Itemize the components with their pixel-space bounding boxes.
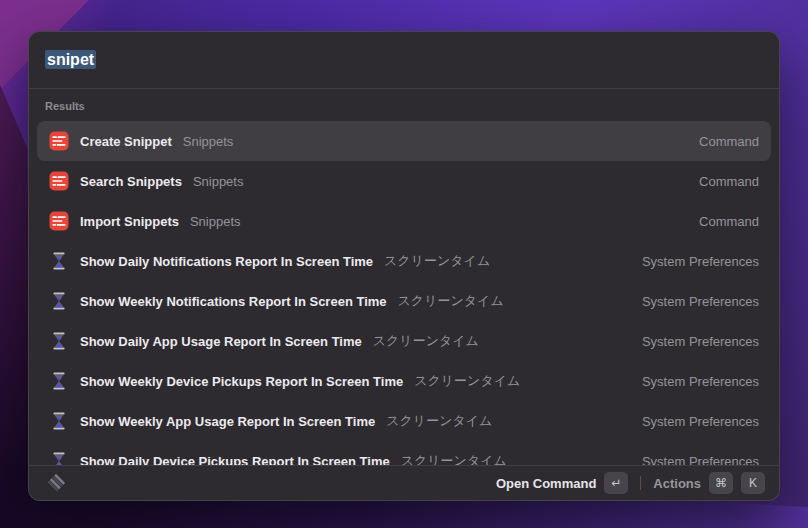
list-item[interactable]: Create Snippet Snippets Command xyxy=(37,121,771,161)
list-item[interactable]: Show Daily Notifications Report In Scree… xyxy=(37,241,771,281)
result-title: Import Snippets xyxy=(80,214,179,229)
open-command-label: Open Command xyxy=(496,476,596,491)
k-key-badge: K xyxy=(741,472,765,494)
result-accessory: System Preferences xyxy=(642,414,759,429)
actions-button[interactable]: Actions ⌘ K xyxy=(651,470,767,496)
results-section-header: Results xyxy=(29,89,779,119)
screen-time-icon xyxy=(49,291,69,311)
screen-time-icon xyxy=(49,331,69,351)
result-subtitle: Snippets xyxy=(193,174,244,189)
result-subtitle: スクリーンタイム xyxy=(384,252,490,270)
screen-time-icon xyxy=(49,251,69,271)
snippets-icon xyxy=(49,211,69,231)
results-list: Create Snippet Snippets Command Search S… xyxy=(29,119,779,465)
snippets-icon xyxy=(49,171,69,191)
footer-divider xyxy=(640,476,641,490)
result-title: Show Daily App Usage Report In Screen Ti… xyxy=(80,334,362,349)
result-title: Show Daily Notifications Report In Scree… xyxy=(80,254,373,269)
result-accessory: Command xyxy=(699,134,759,149)
result-accessory: System Preferences xyxy=(642,454,759,466)
command-key-badge: ⌘ xyxy=(709,472,733,494)
result-title: Show Weekly Notifications Report In Scre… xyxy=(80,294,387,309)
list-item[interactable]: Search Snippets Snippets Command xyxy=(37,161,771,201)
list-item[interactable]: Show Daily Device Pickups Report In Scre… xyxy=(37,441,771,465)
search-value: snipet xyxy=(45,51,96,69)
result-accessory: System Preferences xyxy=(642,294,759,309)
desktop: snipet Results Create Snippet Snippets C… xyxy=(0,0,808,528)
footer-actions: Open Command ↵ Actions ⌘ K xyxy=(494,470,767,496)
search-input[interactable]: snipet xyxy=(29,32,779,88)
enter-key-badge: ↵ xyxy=(604,472,628,494)
result-subtitle: スクリーンタイム xyxy=(398,292,504,310)
result-title: Show Daily Device Pickups Report In Scre… xyxy=(80,454,390,466)
screen-time-icon xyxy=(49,371,69,391)
actions-label: Actions xyxy=(653,476,701,491)
result-subtitle: スクリーンタイム xyxy=(373,332,479,350)
launcher-window: snipet Results Create Snippet Snippets C… xyxy=(28,31,780,501)
result-accessory: System Preferences xyxy=(642,334,759,349)
result-subtitle: Snippets xyxy=(190,214,241,229)
result-title: Search Snippets xyxy=(80,174,182,189)
open-command-button[interactable]: Open Command ↵ xyxy=(494,470,630,496)
list-item[interactable]: Show Daily App Usage Report In Screen Ti… xyxy=(37,321,771,361)
list-item[interactable]: Show Weekly App Usage Report In Screen T… xyxy=(37,401,771,441)
snippets-icon xyxy=(49,131,69,151)
result-subtitle: スクリーンタイム xyxy=(386,412,492,430)
result-title: Show Weekly App Usage Report In Screen T… xyxy=(80,414,375,429)
list-item[interactable]: Import Snippets Snippets Command xyxy=(37,201,771,241)
result-title: Create Snippet xyxy=(80,134,172,149)
list-item[interactable]: Show Weekly Notifications Report In Scre… xyxy=(37,281,771,321)
result-title: Show Weekly Device Pickups Report In Scr… xyxy=(80,374,403,389)
result-accessory: System Preferences xyxy=(642,374,759,389)
result-subtitle: スクリーンタイム xyxy=(414,372,520,390)
result-accessory: Command xyxy=(699,174,759,189)
list-item[interactable]: Show Weekly Device Pickups Report In Scr… xyxy=(37,361,771,401)
screen-time-icon xyxy=(49,411,69,431)
result-subtitle: スクリーンタイム xyxy=(401,452,507,465)
result-accessory: Command xyxy=(699,214,759,229)
raycast-logo-icon xyxy=(45,472,67,494)
result-subtitle: Snippets xyxy=(183,134,234,149)
screen-time-icon xyxy=(49,451,69,465)
footer-bar: Open Command ↵ Actions ⌘ K xyxy=(29,465,779,500)
result-accessory: System Preferences xyxy=(642,254,759,269)
